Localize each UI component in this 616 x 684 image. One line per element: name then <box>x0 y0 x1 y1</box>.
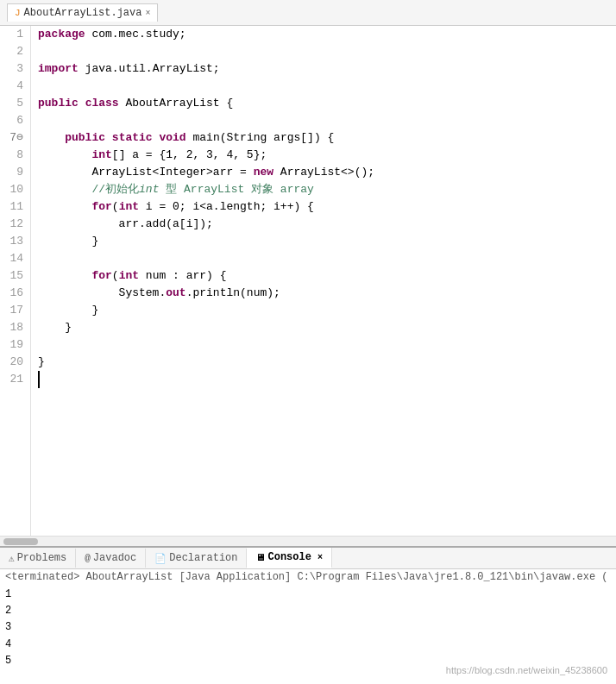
line-number: 15 <box>3 267 23 285</box>
console-area[interactable]: <terminated> AboutArrayList [Java Applic… <box>0 569 616 684</box>
code-line: } <box>38 354 609 371</box>
code-line: int[] a = {1, 2, 3, 4, 5}; <box>38 147 609 164</box>
console-output-line: 1 <box>5 587 611 603</box>
console-output: 12345 <box>5 587 611 669</box>
line-number: 13 <box>3 233 23 250</box>
code-line: public static void main(String args[]) { <box>38 129 609 147</box>
close-icon[interactable]: × <box>145 9 150 18</box>
code-line: } <box>38 302 609 319</box>
code-line <box>38 371 609 388</box>
code-line: } <box>38 319 609 336</box>
problems-tab-label: Problems <box>17 552 67 564</box>
line-number: 16 <box>3 285 23 302</box>
bottom-tab-javadoc[interactable]: @Javadoc <box>76 549 146 568</box>
code-line: arr.add(a[i]); <box>38 216 609 233</box>
line-number: 7⊖ <box>3 129 23 147</box>
console-tab-label: Console <box>267 551 311 563</box>
line-number: 8 <box>3 147 23 164</box>
bottom-tab-console[interactable]: 🖥Console× <box>247 548 331 568</box>
declaration-tab-label: Declaration <box>169 552 237 564</box>
line-number: 10 <box>3 181 23 198</box>
console-terminated: <terminated> AboutArrayList [Java Applic… <box>5 571 611 583</box>
line-number: 3 <box>3 60 23 78</box>
tab-label: AboutArrayList.java <box>24 7 142 19</box>
code-line: } <box>38 233 609 250</box>
bottom-tab-problems[interactable]: ⚠Problems <box>0 549 76 568</box>
console-tab-icon: 🖥 <box>255 552 265 563</box>
title-bar: J AboutArrayList.java × <box>0 0 616 26</box>
code-line <box>38 78 609 95</box>
code-line: public class AboutArrayList { <box>38 95 609 112</box>
code-line: for(int i = 0; i<a.length; i++) { <box>38 198 609 216</box>
code-line: package com.mec.study; <box>38 26 609 43</box>
javadoc-tab-label: Javadoc <box>93 552 136 564</box>
line-number: 11 <box>3 198 23 216</box>
bottom-panel: ⚠Problems@Javadoc📄Declaration🖥Console× <… <box>0 546 616 684</box>
bottom-tab-declaration[interactable]: 📄Declaration <box>146 549 247 568</box>
code-line: ArrayList<Integer>arr = new ArrayList<>(… <box>38 164 609 181</box>
bottom-tabs: ⚠Problems@Javadoc📄Declaration🖥Console× <box>0 548 616 569</box>
file-tab[interactable]: J AboutArrayList.java × <box>7 3 158 22</box>
line-number: 21 <box>3 371 23 388</box>
line-number: 4 <box>3 78 23 95</box>
problems-tab-icon: ⚠ <box>9 553 15 564</box>
console-tab-close[interactable]: × <box>317 553 323 562</box>
console-output-line: 5 <box>5 653 611 669</box>
line-number: 2 <box>3 43 23 60</box>
java-file-icon: J <box>15 8 21 18</box>
console-output-line: 4 <box>5 637 611 653</box>
line-numbers: 1234567⊖89101112131415161718192021 <box>0 26 31 536</box>
line-number: 12 <box>3 216 23 233</box>
code-lines[interactable]: package com.mec.study;import java.util.A… <box>31 26 616 536</box>
code-line: for(int num : arr) { <box>38 267 609 285</box>
line-number: 14 <box>3 250 23 267</box>
editor-area[interactable]: 1234567⊖89101112131415161718192021 packa… <box>0 26 616 536</box>
code-line <box>38 43 609 60</box>
horizontal-scrollbar[interactable] <box>0 536 616 546</box>
code-line <box>38 250 609 267</box>
line-number: 18 <box>3 319 23 336</box>
code-line: //初始化int 型 ArrayList 对象 array <box>38 181 609 198</box>
code-line: System.out.println(num); <box>38 285 609 302</box>
line-number: 19 <box>3 336 23 354</box>
code-container: 1234567⊖89101112131415161718192021 packa… <box>0 26 616 536</box>
line-number: 20 <box>3 354 23 371</box>
code-line <box>38 336 609 354</box>
editor-window: J AboutArrayList.java × 1234567⊖89101112… <box>0 0 616 684</box>
code-line <box>38 112 609 129</box>
console-output-line: 3 <box>5 619 611 636</box>
line-number: 1 <box>3 26 23 43</box>
line-number: 6 <box>3 112 23 129</box>
line-number: 9 <box>3 164 23 181</box>
javadoc-tab-icon: @ <box>85 553 91 563</box>
line-number: 5 <box>3 95 23 112</box>
scrollbar-thumb[interactable] <box>3 538 38 545</box>
declaration-tab-icon: 📄 <box>154 553 167 564</box>
line-number: 17 <box>3 302 23 319</box>
code-line: import java.util.ArrayList; <box>38 60 609 78</box>
console-output-line: 2 <box>5 603 611 619</box>
